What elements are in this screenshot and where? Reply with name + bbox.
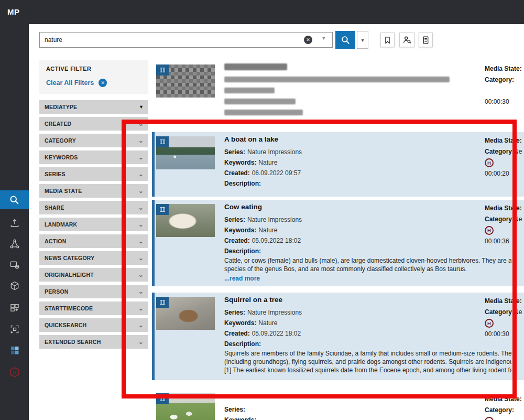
filter-group-action[interactable]: ACTION⌄ [39, 234, 148, 248]
series-label: Series: [224, 406, 245, 413]
sidebar-video-grid-button[interactable] [0, 298, 29, 318]
filter-label: MEDIATYPE [45, 104, 77, 110]
filter-group-created[interactable]: CREATED⌄ [39, 117, 148, 131]
film-icon [159, 67, 166, 73]
keywords-label: Keywords: [224, 227, 256, 234]
clear-all-filters-label: Clear All Filters [46, 79, 94, 87]
series-label: Series: [224, 309, 245, 316]
filter-group-category[interactable]: CATEGORY⌄ [39, 134, 148, 147]
bookmark-button[interactable] [380, 33, 395, 47]
media-state-label: Media State: [485, 137, 522, 144]
chevron-down-icon: ⌄ [138, 323, 144, 327]
film-icon [159, 138, 166, 145]
filter-group-keywords[interactable]: KEYWORDS⌄ [39, 150, 148, 164]
sidebar-upload-button[interactable] [0, 213, 29, 233]
result-row-partial[interactable]: Series: Keywords: Media State: Category:… [152, 391, 524, 420]
selection-accent-bar [152, 293, 155, 380]
result-meta: Cow eating Series:Nature Impressions Key… [224, 203, 511, 283]
redacted-title [224, 63, 287, 70]
filter-group-media-state[interactable]: MEDIA STATE⌄ [39, 184, 148, 198]
filter-group-series[interactable]: SERIES⌄ [39, 167, 148, 181]
read-more-link[interactable]: ...read more [224, 274, 511, 283]
duration: 00:00:20 [485, 168, 524, 179]
search-button[interactable] [335, 31, 355, 49]
selection-accent-bar [152, 132, 155, 197]
result-thumbnail[interactable] [156, 204, 215, 237]
result-row-boat[interactable]: A boat on a lake Series:Nature Impressio… [152, 132, 524, 197]
filter-label: KEYWORDS [45, 154, 78, 160]
redacted-text [224, 99, 296, 104]
description-line: species of the genus Bos, and are most c… [224, 265, 511, 273]
sidebar-archive-button[interactable] [0, 276, 29, 296]
description-line: (including groundhogs), flying squirrels… [224, 358, 511, 366]
filter-label: CATEGORY [45, 137, 76, 144]
result-title[interactable]: A boat on a lake [224, 135, 511, 143]
result-side-info: Media State: Category: 00:00:30 [485, 63, 524, 107]
result-row-squirrel[interactable]: Squirrel on a tree Series:Nature Impress… [152, 293, 524, 380]
result-row-cow[interactable]: Cow eating Series:Nature Impressions Key… [152, 200, 524, 286]
chevron-down-icon: ⌄ [138, 306, 144, 310]
filter-group-starttimecode[interactable]: STARTTIMECODE⌄ [39, 301, 148, 315]
chevron-down-icon: ⌄ [138, 155, 144, 159]
hd-badge-icon: H [485, 158, 494, 167]
chevron-down-icon: ⌄ [138, 239, 144, 243]
media-processing-icon [9, 260, 20, 270]
series-label: Series: [224, 148, 245, 156]
sidebar-brand-button[interactable]: H [0, 362, 29, 382]
search-input[interactable] [39, 32, 333, 48]
filter-group-person[interactable]: PERSON⌄ [39, 285, 148, 298]
result-title[interactable]: Squirrel on a tree [224, 296, 511, 304]
filter-group-originalheight[interactable]: ORIGINALHEIGHT⌄ [39, 268, 148, 282]
keywords-label: Keywords: [224, 159, 256, 166]
category-value: Ne [514, 148, 522, 155]
user-search-button[interactable] [399, 33, 414, 47]
result-meta: Squirrel on a tree Series:Nature Impress… [224, 296, 511, 374]
category-value: Ne [514, 216, 522, 223]
document-button[interactable] [419, 33, 433, 47]
filter-group-mediatype[interactable]: MEDIATYPE▼ [39, 100, 148, 114]
filter-group-news-category[interactable]: NEWS CATEGORY⌄ [39, 251, 148, 265]
active-filter-box: ACTIVE FILTER Clear All Filters ✕ [39, 60, 148, 94]
top-bar: MP [0, 0, 524, 24]
result-thumbnail[interactable] [156, 297, 215, 330]
clear-all-filters[interactable]: Clear All Filters ✕ [46, 79, 142, 87]
filter-label: LANDMARK [45, 221, 77, 228]
result-row-redacted[interactable]: Media State: Category: 00:00:30 [152, 60, 524, 119]
keywords-value: Nature [258, 319, 277, 327]
left-toolbar: H [0, 24, 29, 420]
filter-group-extended-search[interactable]: EXTENDED SEARCH⌄ [39, 335, 148, 349]
description-label: Description: [224, 247, 261, 255]
sidebar-media-processing-button[interactable] [0, 255, 29, 275]
film-icon [159, 206, 166, 213]
filter-group-quicksearch[interactable]: QUICKSEARCH⌄ [39, 318, 148, 332]
search-options-dropdown[interactable]: ▾ [357, 31, 368, 49]
chevron-down-icon: ▼ [139, 104, 144, 110]
sidebar-scan-button[interactable] [0, 319, 29, 339]
result-meta [224, 63, 511, 121]
filter-group-share[interactable]: SHARE⌄ [39, 201, 148, 214]
series-value: Nature Impressions [247, 216, 302, 223]
hexagon-h-icon: H [9, 367, 20, 378]
search-icon [341, 35, 351, 45]
chevron-down-icon: ⌄ [138, 222, 144, 227]
sidebar-apps-button[interactable] [0, 340, 29, 360]
chevron-down-icon: ⌄ [138, 289, 144, 294]
film-icon [159, 395, 166, 402]
svg-text:H: H [13, 370, 16, 375]
active-filter-heading: ACTIVE FILTER [46, 66, 142, 72]
sidebar-search-button[interactable] [0, 190, 29, 209]
result-thumbnail[interactable] [156, 64, 215, 98]
result-meta: A boat on a lake Series:Nature Impressio… [224, 135, 511, 189]
result-thumbnail[interactable] [156, 393, 215, 420]
video-badge [156, 393, 169, 404]
result-title[interactable]: Cow eating [224, 203, 511, 211]
result-thumbnail[interactable] [156, 136, 215, 169]
search-input-caret-icon[interactable]: ▾ [322, 35, 325, 41]
cube-icon [9, 281, 20, 291]
duration: 00:00:36 [485, 236, 524, 247]
sidebar-network-button[interactable] [0, 234, 29, 254]
result-side-info: Media State: Category: H [485, 394, 524, 420]
filter-group-landmark[interactable]: LANDMARK⌄ [39, 218, 148, 231]
clear-search-icon[interactable]: ✕ [304, 36, 312, 44]
created-label: Created: [224, 169, 250, 177]
